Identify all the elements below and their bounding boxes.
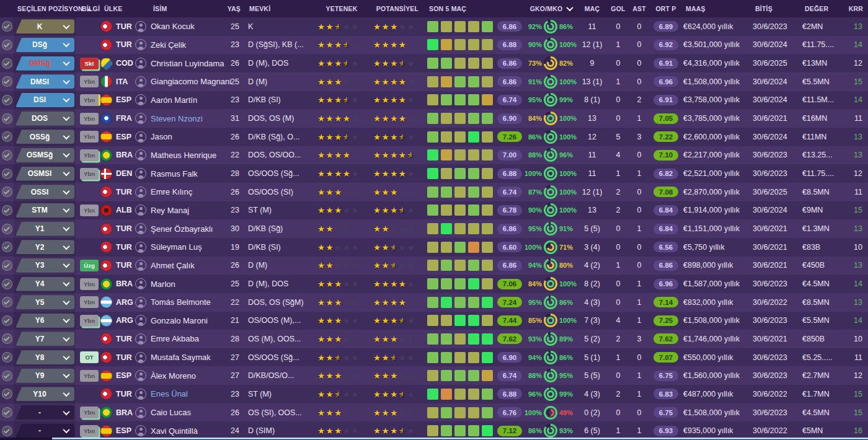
table-row[interactable]: DSI Ybn ESP Aarón Martín 23 D/KB (SI) ★★… xyxy=(0,91,868,110)
header-isim[interactable]: İSİM xyxy=(135,5,226,12)
table-row[interactable]: Y7 TUR Emre Akbaba 28 OS (M), OOS... ★★★… xyxy=(0,330,868,348)
header-mevki[interactable]: MEVKİ xyxy=(246,5,314,12)
row-checkbox[interactable] xyxy=(2,58,12,69)
header-ortp[interactable]: ORT P xyxy=(650,5,682,12)
table-row[interactable]: OSSI TUR Emre Kılınç 26 OS/OOS (SI) ★★★★… xyxy=(0,183,868,201)
header-son5[interactable]: SON 5 MAÇ xyxy=(425,5,496,12)
position-selector[interactable]: - xyxy=(16,405,74,420)
row-checkbox[interactable] xyxy=(2,40,12,50)
row-checkbox[interactable] xyxy=(2,113,12,124)
table-row[interactable]: - Ybn BRA Caio Lucas 26 OS (SI), OOS... … xyxy=(0,403,868,422)
row-checkbox[interactable] xyxy=(2,242,12,252)
row-checkbox[interactable] xyxy=(2,407,12,418)
position-selector[interactable]: K xyxy=(16,19,74,33)
player-name[interactable]: Caio Lucas xyxy=(151,408,191,417)
position-selector[interactable]: DMSI xyxy=(16,74,74,89)
position-selector[interactable]: OSMSI xyxy=(16,167,74,181)
table-row[interactable]: DSğ TUR Zeki Çelik 23 D (SğSI), KB (... … xyxy=(0,36,868,55)
position-selector[interactable]: OSSI xyxy=(16,185,74,199)
position-selector[interactable]: OSSğ xyxy=(16,130,74,144)
table-row[interactable]: OSSğ Ybn ESP Jason 26 D/KB (Sğ), O... ★★… xyxy=(0,128,868,146)
table-row[interactable]: OSMSğ Ybn BRA Matheus Henrique 22 DOS, O… xyxy=(0,146,868,165)
position-selector[interactable]: Y3 xyxy=(16,258,74,273)
table-row[interactable]: OSMSI Ybn DEN Rasmus Falk 28 OS/OOS (Sğ.… xyxy=(0,164,868,183)
position-selector[interactable]: Y10 xyxy=(16,387,74,401)
position-selector[interactable]: DSI xyxy=(16,93,74,107)
table-row[interactable]: Y5 Ybn ARG Tomás Belmonte 22 DOS, OS (Sğ… xyxy=(0,293,868,312)
player-name[interactable]: Jason xyxy=(151,132,172,141)
table-row[interactable]: Y6 Ybn ARG Gonzalo Maroni 21 OS/OOS (M),… xyxy=(0,312,868,330)
player-name[interactable]: Àlex Moreno xyxy=(151,371,196,381)
player-name[interactable]: Mustafa Saymak xyxy=(151,353,211,362)
row-checkbox[interactable] xyxy=(2,315,12,326)
row-checkbox[interactable] xyxy=(2,297,12,307)
player-name[interactable]: Emre Akbaba xyxy=(151,334,199,343)
row-checkbox[interactable] xyxy=(2,279,12,289)
table-row[interactable]: Y4 Ybn BRA Marlon 25 D (M), DOS ★★★★★ ★★… xyxy=(0,275,868,293)
table-row[interactable]: Y1 TUR Şener Özbayraklı 30 D/KB (Sğ) ★★★… xyxy=(0,219,868,238)
player-name[interactable]: Enes Ünal xyxy=(151,389,188,398)
player-name[interactable]: Ahmet Çalık xyxy=(151,261,195,270)
row-checkbox[interactable] xyxy=(2,389,12,399)
player-name[interactable]: Emre Kılınç xyxy=(151,187,192,196)
table-row[interactable]: Y2 TUR Süleyman Luş 19 D/KB (SI) ★★★★★ ★… xyxy=(0,238,868,257)
header-yetenek[interactable]: YETENEK xyxy=(314,5,370,12)
table-row[interactable]: Y3 Üzg TUR Ahmet Çalık 26 D (M) ★★★★★ ★★… xyxy=(0,257,868,275)
position-selector[interactable]: OSMSğ xyxy=(16,148,74,162)
player-name[interactable]: Rey Manaj xyxy=(151,206,189,215)
position-selector[interactable]: DOS xyxy=(16,112,74,126)
header-yas[interactable]: YAŞ xyxy=(226,5,246,12)
position-selector[interactable]: Y4 xyxy=(16,277,74,291)
player-name[interactable]: Şener Özbayraklı xyxy=(151,224,213,234)
player-name[interactable]: Giangiacomo Magnani xyxy=(151,77,231,86)
header-ast[interactable]: AST xyxy=(629,5,650,12)
row-checkbox[interactable] xyxy=(2,21,12,32)
position-selector[interactable]: Y7 xyxy=(16,332,74,346)
row-checkbox[interactable] xyxy=(2,333,12,344)
table-row[interactable]: DOS Ybn FRA Steven Nzonzi 31 DOS, OS (M)… xyxy=(0,109,868,128)
row-checkbox[interactable] xyxy=(2,169,12,179)
player-name[interactable]: Okan Kocuk xyxy=(151,22,195,31)
header-krr[interactable]: KRR xyxy=(846,5,868,12)
position-selector[interactable]: Y1 xyxy=(16,222,74,236)
table-row[interactable]: Y9 Ybn ESP Àlex Moreno 27 D/KB/OS/O... ★… xyxy=(0,366,868,385)
header-selected-position[interactable]: SEÇİLEN POZİSYON xyxy=(14,5,76,12)
player-name[interactable]: Aarón Martín xyxy=(151,95,197,105)
position-selector[interactable]: STM xyxy=(16,203,74,218)
position-selector[interactable]: DMSğ xyxy=(16,56,74,71)
row-checkbox[interactable] xyxy=(2,150,12,161)
row-checkbox[interactable] xyxy=(2,426,12,436)
header-mac[interactable]: MAÇ xyxy=(577,5,608,12)
table-row[interactable]: Y10 TUR Enes Ünal 23 ST (M) ★★★★★ ★★★★★ … xyxy=(0,385,868,403)
scrollbar-thumb[interactable] xyxy=(52,438,868,439)
header-gol[interactable]: GOL xyxy=(608,5,629,12)
row-checkbox[interactable] xyxy=(2,131,12,142)
row-checkbox[interactable] xyxy=(2,352,12,363)
horizontal-scrollbar[interactable] xyxy=(0,438,868,440)
row-checkbox[interactable] xyxy=(2,95,12,105)
table-row[interactable]: STM Ybn ALB Rey Manaj 23 ST (M) ★★★★★ ★★… xyxy=(0,201,868,220)
table-row[interactable]: K TUR Okan Kocuk 25 K ★★★★★ ★★★★★ 6.86 9… xyxy=(0,17,868,36)
player-name[interactable]: Xavi Quintillà xyxy=(151,426,198,436)
row-checkbox[interactable] xyxy=(2,76,12,87)
position-selector[interactable]: Y8 xyxy=(16,350,74,364)
row-checkbox[interactable] xyxy=(2,187,12,197)
position-selector[interactable]: Y5 xyxy=(16,295,74,309)
header-bitis[interactable]: BİTİŞ xyxy=(751,5,801,12)
row-checkbox[interactable] xyxy=(2,371,12,381)
row-checkbox[interactable] xyxy=(2,260,12,271)
header-potansiyel[interactable]: POTANSİYEL xyxy=(370,5,425,12)
player-name[interactable]: Marlon xyxy=(151,279,175,289)
player-name[interactable]: Steven Nzonzi xyxy=(151,114,203,123)
position-selector[interactable]: Y9 xyxy=(16,369,74,383)
position-selector[interactable]: Y2 xyxy=(16,240,74,254)
position-selector[interactable]: - xyxy=(16,424,74,438)
table-row[interactable]: DMSğ Skt COD Christian Luyindama 26 D (M… xyxy=(0,54,868,73)
table-row[interactable]: Y8 OT TUR Mustafa Saymak 27 OS/OOS (Sğ..… xyxy=(0,348,868,367)
player-name[interactable]: Matheus Henrique xyxy=(151,151,216,160)
header-gko[interactable]: GKO/MKO xyxy=(526,5,577,12)
player-name[interactable]: Süleyman Luş xyxy=(151,242,202,252)
header-bilgi[interactable]: BİLGİ xyxy=(76,5,100,12)
position-selector[interactable]: Y6 xyxy=(16,314,74,328)
header-deger[interactable]: DEĞER xyxy=(801,5,846,12)
